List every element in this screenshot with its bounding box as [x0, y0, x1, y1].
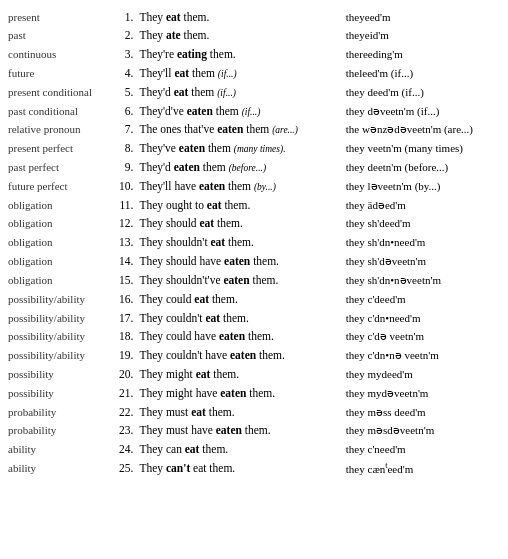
sentence: They might eat them.	[137, 365, 343, 384]
row-number: 13.	[115, 234, 137, 253]
row-number: 21.	[115, 384, 137, 403]
row-number: 16.	[115, 290, 137, 309]
sentence: They could have eaten them.	[137, 328, 343, 347]
phonetic: they ädəed'm	[344, 196, 502, 215]
table-row: probability23.They must have eaten them.…	[6, 422, 502, 441]
phonetic: they deed'm (if...)	[344, 83, 502, 102]
row-number: 17.	[115, 309, 137, 328]
table-row: possibility/ability17.They couldn't eat …	[6, 309, 502, 328]
table-row: probability22.They must eat them.they mə…	[6, 403, 502, 422]
tense-label: relative pronoun	[6, 121, 115, 140]
table-row: obligation13.They shouldn't eat them.the…	[6, 234, 502, 253]
table-row: relative pronoun7.The ones that've eaten…	[6, 121, 502, 140]
row-number: 5.	[115, 83, 137, 102]
phonetic: they məsdəveetn'm	[344, 422, 502, 441]
row-number: 12.	[115, 215, 137, 234]
tense-label: possibility	[6, 384, 115, 403]
sentence: They'll have eaten them (by...)	[137, 177, 343, 196]
sentence: They should have eaten them.	[137, 253, 343, 272]
table-row: obligation14.They should have eaten them…	[6, 253, 502, 272]
table-row: possibility21.They might have eaten them…	[6, 384, 502, 403]
table-row: obligation15.They shouldn't've eaten the…	[6, 271, 502, 290]
row-number: 18.	[115, 328, 137, 347]
tense-label: obligation	[6, 271, 115, 290]
phonetic: they məss deed'm	[344, 403, 502, 422]
phonetic: theleed'm (if...)	[344, 64, 502, 83]
conjugation-table: present1.They eat them.theyeed'mpast2.Th…	[6, 8, 502, 478]
tense-label: possibility/ability	[6, 290, 115, 309]
tense-label: obligation	[6, 234, 115, 253]
row-number: 7.	[115, 121, 137, 140]
sentence: They'd eaten them (before...)	[137, 159, 343, 178]
row-number: 24.	[115, 441, 137, 460]
sentence: They must eat them.	[137, 403, 343, 422]
row-number: 6.	[115, 102, 137, 121]
row-number: 23.	[115, 422, 137, 441]
phonetic: they dəveetn'm (if...)	[344, 102, 502, 121]
table-row: ability24.They can eat them.they c'need'…	[6, 441, 502, 460]
sentence: They might have eaten them.	[137, 384, 343, 403]
sentence: They should eat them.	[137, 215, 343, 234]
tense-label: present conditional	[6, 83, 115, 102]
table-row: past2.They ate them.theyeid'm	[6, 27, 502, 46]
tense-label: possibility/ability	[6, 328, 115, 347]
row-number: 20.	[115, 365, 137, 384]
phonetic: they sh'dn•nəveetn'm	[344, 271, 502, 290]
tense-label: past	[6, 27, 115, 46]
sentence: They'll eat them (if...)	[137, 64, 343, 83]
tense-label: possibility/ability	[6, 347, 115, 366]
tense-label: ability	[6, 460, 115, 479]
tense-label: continuous	[6, 46, 115, 65]
row-number: 25.	[115, 460, 137, 479]
phonetic: they cænteed'm	[344, 460, 502, 479]
table-row: obligation11.They ought to eat them.they…	[6, 196, 502, 215]
phonetic: thereeding'm	[344, 46, 502, 65]
table-row: future4.They'll eat them (if...)theleed'…	[6, 64, 502, 83]
table-row: obligation12.They should eat them.they s…	[6, 215, 502, 234]
sentence: They ate them.	[137, 27, 343, 46]
sentence: They shouldn't eat them.	[137, 234, 343, 253]
row-number: 10.	[115, 177, 137, 196]
sentence: They couldn't have eaten them.	[137, 347, 343, 366]
tense-label: present	[6, 8, 115, 27]
phonetic: they deetn'm (before...)	[344, 159, 502, 178]
phonetic: the wənzədəveetn'm (are...)	[344, 121, 502, 140]
table-row: continuous3.They're eating them.thereedi…	[6, 46, 502, 65]
sentence: They shouldn't've eaten them.	[137, 271, 343, 290]
phonetic: theyeid'm	[344, 27, 502, 46]
tense-label: past perfect	[6, 159, 115, 178]
phonetic: they ləveetn'm (by...)	[344, 177, 502, 196]
tense-label: possibility	[6, 365, 115, 384]
tense-label: probability	[6, 422, 115, 441]
tense-label: obligation	[6, 253, 115, 272]
table-row: possibility/ability19.They couldn't have…	[6, 347, 502, 366]
sentence: They'd've eaten them (if...)	[137, 102, 343, 121]
row-number: 19.	[115, 347, 137, 366]
sentence: They must have eaten them.	[137, 422, 343, 441]
tense-label: future	[6, 64, 115, 83]
tense-label: obligation	[6, 215, 115, 234]
table-row: present perfect8.They've eaten them (man…	[6, 140, 502, 159]
phonetic: theyeed'm	[344, 8, 502, 27]
sentence: The ones that've eaten them (are...)	[137, 121, 343, 140]
row-number: 3.	[115, 46, 137, 65]
phonetic: they c'deed'm	[344, 290, 502, 309]
phonetic: they veetn'm (many times)	[344, 140, 502, 159]
row-number: 8.	[115, 140, 137, 159]
tense-label: future perfect	[6, 177, 115, 196]
phonetic: they c'need'm	[344, 441, 502, 460]
phonetic: they c'dn•nə veetn'm	[344, 347, 502, 366]
sentence: They're eating them.	[137, 46, 343, 65]
tense-label: probability	[6, 403, 115, 422]
table-row: future perfect10.They'll have eaten them…	[6, 177, 502, 196]
tense-label: possibility/ability	[6, 309, 115, 328]
table-row: ability25.They can't eat them.they cænte…	[6, 460, 502, 479]
sentence: They'd eat them (if...)	[137, 83, 343, 102]
sentence: They eat them.	[137, 8, 343, 27]
row-number: 9.	[115, 159, 137, 178]
row-number: 11.	[115, 196, 137, 215]
tense-label: ability	[6, 441, 115, 460]
row-number: 14.	[115, 253, 137, 272]
phonetic: they sh'dn•need'm	[344, 234, 502, 253]
tense-label: present perfect	[6, 140, 115, 159]
